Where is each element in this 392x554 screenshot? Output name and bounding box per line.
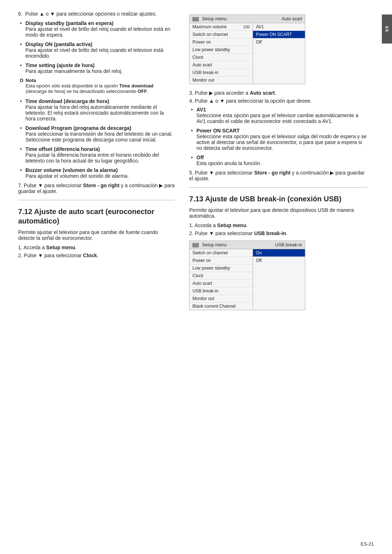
item-title: Power ON SCART <box>196 128 240 134</box>
side-tab: ES <box>382 15 392 44</box>
menu-row: Clock <box>189 272 253 280</box>
menu-row: Switch on channel <box>189 31 253 38</box>
section-712-intro: Permite ajustar el televisor para que ca… <box>18 229 175 241</box>
menu-row: USB break-in <box>189 69 253 77</box>
menu-row: USB break-in <box>189 287 253 295</box>
menu-row: Switch on channel <box>189 249 253 257</box>
menu-row: Monitor out <box>189 77 253 84</box>
bullet-list-right: AV1 Seleccione esta opción para que el t… <box>189 107 367 166</box>
step-6-num: 6. <box>18 11 24 17</box>
note-block: D Nota Esta opción sólo está disponible … <box>18 78 175 94</box>
menu-options-1: AV1 Power ON SCART Off <box>253 23 305 84</box>
menu-header-value-2: USB break-in <box>275 242 302 247</box>
menu-row: Blank current Channel <box>189 303 253 310</box>
section-713-title: Ajuste de USB break-in (conexión USB) <box>205 195 342 203</box>
note-text: Esta opción sólo está disponible si la o… <box>25 83 153 94</box>
menu-row: Power on <box>189 38 253 46</box>
item-body: Para ajustar la hora del reloj automátic… <box>25 104 164 122</box>
list-item: Display standby (pantalla en espera) Par… <box>18 20 175 38</box>
list-item: Display ON (pantalla activa) Para ajusta… <box>18 41 175 59</box>
list-item: Download Program (programa de descarga) … <box>18 125 175 143</box>
item-title: Buzzer volume (volumen de la alarma) <box>25 167 118 173</box>
menu-row: Maximum volume 100 <box>189 23 253 31</box>
menu-items-2: Switch on channel Power on Low power sta… <box>189 249 253 310</box>
step-right-3: 3. Pulse ▶ para acceder a Auto scart. <box>189 90 367 96</box>
menu-header-1: Setup menu Auto scart <box>189 15 305 23</box>
menu-opt-row-highlighted: On <box>253 249 305 257</box>
menu-options-2: On Off <box>253 249 305 310</box>
step-right-4: 4. Pulse ▲ o ▼ para seleccionar la opció… <box>189 98 367 104</box>
list-item: AV1 Seleccione esta opción para que el t… <box>189 107 367 124</box>
item-body: Para ajustar el nivel de brillo del relo… <box>25 26 170 38</box>
section-712-num: 7.12 <box>18 208 32 216</box>
menu-row: Monitor out <box>189 295 253 303</box>
step-6-text: Pulse ▲ o ▼ para seleccionar opciones o … <box>25 11 156 17</box>
item-title: Time offset (diferencia horaria) <box>25 146 100 152</box>
menu-mockup-2: Setup menu USB break-in Switch on channe… <box>189 241 305 310</box>
section-divider <box>18 200 175 200</box>
step-right-5: 5. Pulse ▼ para seleccionar Store - go r… <box>189 170 367 181</box>
item-title: Time setting (ajuste de hora) <box>25 62 94 68</box>
right-column: Setup menu Auto scart Maximum volume 100… <box>185 11 367 543</box>
list-item: Time offset (diferencia horaria) Para ju… <box>18 146 175 164</box>
section-divider-right <box>189 187 367 188</box>
item-body: Para ajustar el volumen del sonido de al… <box>25 173 129 179</box>
list-item: Time download (descarga de hora) Para aj… <box>18 98 175 122</box>
menu-mockup-1: Setup menu Auto scart Maximum volume 100… <box>189 15 305 84</box>
menu-row: Auto scart <box>189 61 253 69</box>
item-body: Para seleccionar la transmisión de hora … <box>25 131 172 143</box>
item-title: Display standby (pantalla en espera) <box>25 20 114 26</box>
menu-opt-row: Off <box>253 257 305 264</box>
menu-row: Power on <box>189 257 253 264</box>
item-body: Seleccione esta opción para que el telev… <box>196 134 367 151</box>
list-item: Time setting (ajuste de hora) Para ajust… <box>18 62 175 74</box>
menu-row: Clock <box>189 54 253 61</box>
item-body: Para ajustar el nivel de brillo del relo… <box>25 47 163 59</box>
section-712-heading: 7.12 Ajuste de auto scart (euroconector … <box>18 207 175 226</box>
step-7: 7. Pulse ▼ para seleccionar Store - go r… <box>18 182 175 194</box>
left-column: 6. Pulse ▲ o ▼ para seleccionar opciones… <box>18 11 185 543</box>
item-body: Para justar la diferencia horaria entre … <box>25 152 159 164</box>
note-d: D <box>20 78 23 94</box>
menu-body-2: Switch on channel Power on Low power sta… <box>189 249 305 310</box>
item-title: Download Program (programa de descarga) <box>25 125 131 131</box>
menu-header-value-1: Auto scart <box>282 16 302 21</box>
step-712-1: 1. Acceda a Setup menu. <box>18 245 175 250</box>
menu-header-label-1: Setup menu <box>192 16 226 21</box>
step-712-2: 2. Pulse ▼ para seleccionar Clock. <box>18 253 175 258</box>
menu-opt-row: Off <box>253 38 305 46</box>
item-title: Off <box>196 155 204 160</box>
item-title: AV1 <box>196 107 206 112</box>
step-6: 6. Pulse ▲ o ▼ para seleccionar opciones… <box>18 11 175 17</box>
section-713-num: 7.13 <box>189 195 203 203</box>
menu-row: Auto scart <box>189 280 253 287</box>
list-item: Power ON SCART Seleccione esta opción pa… <box>189 128 367 151</box>
menu-row: Low power standby <box>189 46 253 54</box>
item-title: Display ON (pantalla activa) <box>25 41 92 47</box>
menu-header-2: Setup menu USB break-in <box>189 241 305 249</box>
list-item: Buzzer volume (volumen de la alarma) Par… <box>18 167 175 179</box>
item-title: Time download (descarga de hora) <box>25 98 109 104</box>
menu-header-label-2: Setup menu <box>192 242 226 247</box>
item-body: Seleccione esta opción para que el telev… <box>196 112 358 124</box>
step-713-1: 1. Acceda a Setup menu. <box>189 222 367 228</box>
item-body: Para ajustar manualmente la hora del rel… <box>25 68 123 74</box>
note-content: Nota Esta opción sólo está disponible si… <box>25 78 175 94</box>
page-number: ES-21 <box>361 541 374 547</box>
menu-opt-row: AV1 <box>253 23 305 31</box>
step-713-2: 2. Pulse ▼ para seleccionar USB break-in… <box>189 230 367 236</box>
bullet-list-2: Time download (descarga de hora) Para aj… <box>18 98 175 179</box>
bullet-list-1: Display standby (pantalla en espera) Par… <box>18 20 175 74</box>
section-713-heading: 7.13 Ajuste de USB break-in (conexión US… <box>189 194 367 204</box>
note-label: Nota <box>25 78 36 83</box>
list-item: Off Esta opción anula la función. <box>189 155 367 166</box>
menu-row: Low power standby <box>189 264 253 272</box>
section-712-title: Ajuste de auto scart (euroconector autom… <box>18 208 154 225</box>
menu-opt-row-highlighted: Power ON SCART <box>253 31 305 38</box>
menu-body-1: Maximum volume 100 Switch on channel Pow… <box>189 23 305 84</box>
item-body: Esta opción anula la función. <box>196 160 261 166</box>
menu-items-1: Maximum volume 100 Switch on channel Pow… <box>189 23 253 84</box>
section-713-intro: Permite ajustar el televisor para que de… <box>189 207 367 219</box>
